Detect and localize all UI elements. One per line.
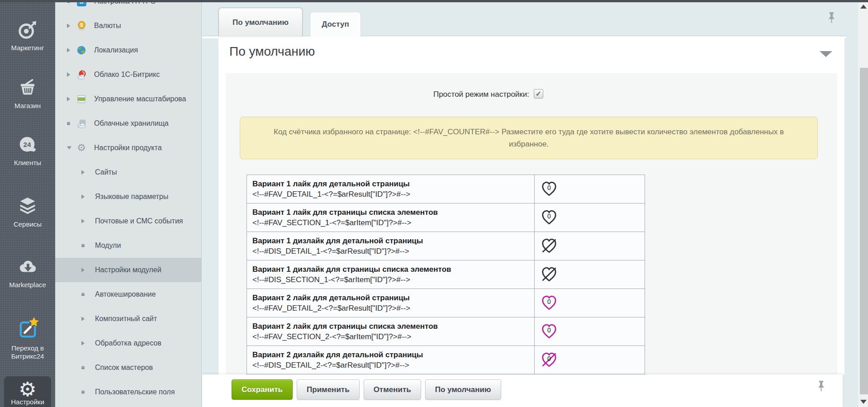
cancel-button[interactable]: Отменить [364,379,421,400]
dislike-counter-icon: 0 [541,351,558,369]
bullet-icon [81,293,85,296]
rail-item-bitrix24[interactable]: Переход в Битрикс24 [0,316,55,360]
svg-text:$: $ [80,22,83,27]
bullet-icon [81,366,85,369]
action-bar: Сохранить Применить Отменить По умолчани… [202,374,843,407]
variant-code: <!--#DIS_DETAIL_2-<?=$arResult["ID"]?>#-… [252,360,529,370]
expand-arrow-icon [81,341,85,345]
settings-gear-icon: ⚙ [19,379,36,400]
variant-title: Вариант 1 дизлайк для страницы списка эл… [252,264,529,274]
dislike-icon [541,237,558,255]
pin-icon[interactable] [816,380,826,395]
rail-label: Сервисы [14,220,42,228]
bullet-icon [81,391,85,394]
sidebar-item-composite-site[interactable]: Композитный сайт [55,307,201,331]
left-icon-rail: Маркетинг Магазин [0,0,55,407]
currency-coin-icon: $ [76,20,87,31]
variant-code: <!--#FAV_SECTION_2-<?=$arItem["ID"]?>#--… [252,331,529,342]
rail-label: Магазин [14,102,41,110]
marketplace-cloud-download-icon [17,256,38,278]
bullet-icon [81,244,85,247]
settings-side-menu: Настройка HTTPS $ Валюты [55,0,202,407]
table-row: Вариант 1 дизлайк для детальной страницы… [247,232,645,260]
rail-label: Маркетинг [11,44,44,52]
simple-mode-checkbox[interactable] [534,89,543,99]
like-counter-icon: 0 [541,323,558,340]
expand-arrow-icon [81,219,85,223]
rail-label: Настройки [11,398,44,406]
shop-basket-icon [17,77,38,99]
expand-arrow-icon [67,24,70,28]
variant-code: <!--#FAV_DETAIL_1-<?=$arResult["ID"]?>#-… [252,189,529,199]
sidebar-item-url-processing[interactable]: Обработка адресов [55,331,201,355]
like-counter-icon: 0 [541,209,558,226]
rail-label: Marketplace [9,281,46,289]
like-counter-icon: 0 [541,294,558,312]
rail-label: Клиенты [14,159,41,167]
table-row: Вариант 2 дизлайк для детальной страницы… [247,346,645,374]
like-count: 0 [541,184,558,191]
rail-item-clients[interactable]: 24 Клиенты [0,134,55,167]
defaults-button[interactable]: По умолчанию [425,379,501,400]
services-layers-icon [17,195,38,217]
like-count: 0 [541,327,558,334]
product-settings-gear-icon: ⚙ [76,142,87,153]
sidebar-item-sites[interactable]: Сайты [55,160,201,185]
like-counter-icon: 0 [541,180,558,198]
apply-button[interactable]: Применить [297,379,360,400]
sidebar-item-currencies[interactable]: $ Валюты [55,14,201,38]
rail-item-services[interactable]: Сервисы [0,195,55,228]
sidebar-item-cloud-storage[interactable]: Облачные хранилища [55,111,201,136]
sidebar-item-modules[interactable]: Модули [55,233,201,258]
sidebar-item-localization[interactable]: Локализация [55,38,201,62]
tab-access[interactable]: Доступ [310,12,361,37]
variant-title: Вариант 2 лайк для детальной страницы [252,293,529,303]
scrollbar-down-arrow-icon[interactable] [860,400,867,404]
variant-code: <!--#DIS_DETAIL_1-<?=$arResult["ID"]?>#-… [252,246,529,256]
like-count: 0 [541,213,558,220]
table-row: Вариант 1 дизлайк для страницы списка эл… [247,260,645,289]
marketing-target-icon [17,19,38,41]
sidebar-item-mail-sms-events[interactable]: Почтовые и СМС события [55,209,201,233]
rail-item-marketing[interactable]: Маркетинг [0,19,55,52]
rail-item-settings[interactable]: ⚙ Настройки [4,376,51,407]
expand-arrow-icon [67,48,70,52]
bitrix24-transition-icon [16,316,39,341]
table-row: Вариант 1 лайк для детальной страницы <!… [247,175,645,204]
tab-default[interactable]: По умолчанию [218,8,303,37]
variant-title: Вариант 2 лайк для страницы списка элеме… [252,321,529,331]
sidebar-item-user-fields[interactable]: Пользовательские поля [55,380,201,404]
sidebar-item-language-params[interactable]: Языковые параметры [55,185,201,209]
table-row: Вариант 2 лайк для страницы списка элеме… [247,317,645,346]
sidebar-item-scaling[interactable]: Управление масштабирова [55,87,201,111]
page-title: По умолчанию [229,44,315,59]
bitrix-cloud-icon [76,69,87,80]
scrollbar-up-arrow-icon[interactable] [860,5,867,9]
variant-title: Вариант 1 дизлайк для детальной страницы [252,236,529,246]
top-window-strip [0,0,868,2]
sidebar-item-bitrix-cloud[interactable]: Облако 1С-Битрикс [55,62,201,87]
scrollbar-thumb[interactable] [860,68,868,394]
table-row: Вариант 2 лайк для детальной страницы <!… [247,289,645,317]
variants-table: Вариант 1 лайк для детальной страницы <!… [247,175,645,374]
variant-title: Вариант 1 лайк для детальной страницы [252,179,529,189]
collapse-arrow-icon [67,147,71,150]
pin-icon[interactable] [826,12,837,27]
section-collapse-chevron-icon[interactable] [820,51,832,57]
counter-notice-text: Код счётчика избранного на странице: <!-… [258,126,799,150]
rail-item-shop[interactable]: Магазин [0,77,55,110]
variant-code: <!--#FAV_DETAIL_2-<?=$arResult["ID"]?>#-… [252,303,529,313]
variant-code: <!--#FAV_SECTION_1-<?=$arItem["ID"]?>#--… [252,218,529,228]
sidebar-item-autocache[interactable]: Автокеширование [55,282,201,307]
table-row: Вариант 1 лайк для страницы списка элеме… [247,204,645,232]
sidebar-item-wizard-list[interactable]: Список мастеров [55,355,201,380]
save-button[interactable]: Сохранить [232,379,293,400]
like-count: 0 [541,298,558,305]
rail-item-marketplace[interactable]: Marketplace [0,256,55,289]
expand-arrow-icon [67,97,70,101]
clients-cloud-icon: 24 [17,134,38,156]
sidebar-item-module-settings[interactable]: Настройки модулей [55,258,201,282]
cloud-storage-icon [76,118,87,129]
sidebar-item-product-settings[interactable]: ⚙ Настройки продукта [55,136,201,160]
like-count: 0 [541,355,558,362]
